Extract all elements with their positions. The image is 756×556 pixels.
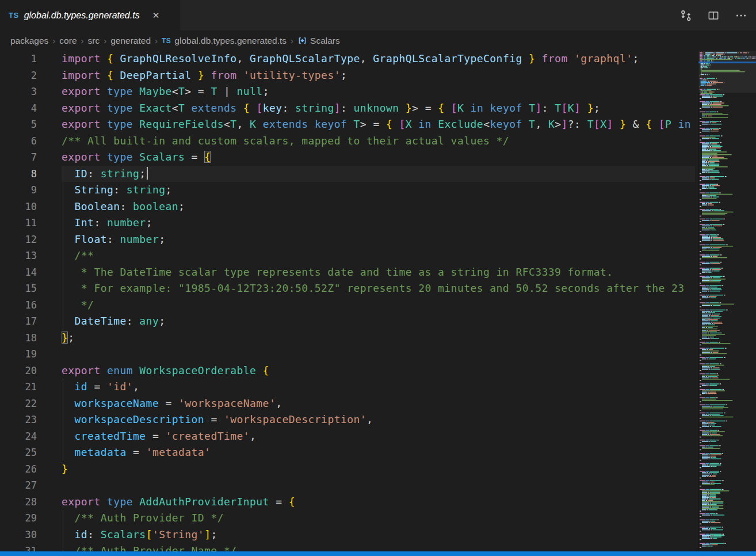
code-area[interactable]: import { GraphQLResolveInfo, GraphQLScal… (62, 51, 695, 551)
tab-close-icon[interactable]: ✕ (151, 9, 162, 22)
code-line[interactable]: export type RequireFields<T, K extends k… (62, 116, 695, 133)
line-number: 1 (0, 51, 37, 67)
code-line[interactable]: /** Auth Provider Name */ (62, 543, 695, 551)
code-line[interactable]: Boolean: boolean; (62, 199, 695, 215)
code-line[interactable]: String: string; (62, 182, 695, 199)
editor-actions (679, 0, 751, 31)
code-line[interactable]: export enum WorkspaceOrderable { (62, 363, 695, 379)
chevron-right-icon: › (81, 36, 84, 45)
tab-global-db-types-generated[interactable]: TS global.db.types.generated.ts ✕ (0, 0, 180, 31)
tab-bar: TS global.db.types.generated.ts ✕ (0, 0, 756, 31)
line-number: 13 (0, 247, 37, 264)
breadcrumb-item-generated[interactable]: generated (110, 36, 151, 46)
chevron-right-icon: › (104, 36, 106, 45)
line-number: 17 (0, 313, 37, 330)
breadcrumb-item-core[interactable]: core (59, 36, 77, 46)
line-number: 4 (0, 100, 37, 117)
line-number: 27 (0, 477, 37, 494)
breadcrumb-item-src[interactable]: src (88, 36, 100, 46)
line-number: 19 (0, 346, 37, 363)
line-number: 14 (0, 264, 37, 281)
minimap[interactable] (698, 51, 756, 551)
breadcrumb-file[interactable]: TS global.db.types.generated.ts (162, 36, 287, 46)
split-editor-icon[interactable] (707, 9, 720, 22)
code-line[interactable]: Int: number; (62, 215, 695, 231)
code-line[interactable]: Float: number; (62, 231, 695, 248)
code-line[interactable]: workspaceDescription = 'workspaceDescrip… (62, 412, 695, 428)
code-line[interactable]: /** Auth Provider ID */ (62, 510, 695, 527)
code-line[interactable]: DateTime: any; (62, 313, 695, 330)
line-number: 20 (0, 363, 37, 379)
typescript-file-icon: TS (162, 37, 171, 45)
line-number: 9 (0, 182, 37, 199)
line-number: 18 (0, 330, 37, 346)
breadcrumb-file-label: global.db.types.generated.ts (174, 36, 287, 46)
code-line[interactable]: export type Scalars = { (62, 149, 695, 166)
line-number: 26 (0, 461, 37, 478)
compare-changes-icon[interactable] (679, 9, 693, 22)
line-number: 24 (0, 428, 37, 445)
code-line[interactable]: * The DateTime scalar type represents da… (62, 264, 695, 281)
chevron-right-icon: › (52, 36, 55, 45)
line-number: 7 (0, 149, 37, 166)
code-line[interactable]: } (62, 461, 695, 478)
symbol-structure-icon (297, 36, 307, 45)
line-number: 29 (0, 510, 37, 527)
code-line[interactable]: id = 'id', (62, 379, 695, 395)
minimap-canvas[interactable] (698, 51, 756, 551)
line-number: 23 (0, 412, 37, 428)
chevron-right-icon: › (291, 36, 293, 45)
code-line[interactable]: metadata = 'metadata' (62, 444, 695, 461)
code-line[interactable]: import { DeepPartial } from 'utility-typ… (62, 67, 695, 84)
breadcrumb: packages›core›src›generated› TS global.d… (0, 31, 756, 51)
more-actions-icon[interactable] (734, 9, 748, 22)
breadcrumb-item-packages[interactable]: packages (10, 36, 48, 46)
code-line[interactable]: /** (62, 247, 695, 264)
code-line[interactable]: createdTime = 'createdTime', (62, 428, 695, 445)
line-number: 5 (0, 116, 37, 133)
breadcrumb-symbol-scalars[interactable]: Scalars (297, 36, 340, 46)
code-line[interactable]: id: Scalars['String']; (62, 527, 695, 543)
line-number: 8 (0, 166, 37, 182)
line-number: 2 (0, 67, 37, 84)
line-number: 6 (0, 133, 37, 150)
status-bar-strip (0, 551, 756, 556)
code-line[interactable] (62, 477, 695, 494)
line-number: 3 (0, 83, 37, 100)
line-number: 11 (0, 215, 37, 231)
text-cursor (147, 167, 148, 180)
line-number: 15 (0, 280, 37, 297)
line-number: 21 (0, 379, 37, 395)
line-number-gutter: 1234567891011121314151617181920212223242… (0, 51, 37, 551)
tab-title: global.db.types.generated.ts (24, 10, 140, 21)
code-line[interactable]: workspaceName = 'workspaceName', (62, 395, 695, 412)
code-line[interactable]: /** All built-in and custom scalars, map… (62, 133, 695, 150)
code-line[interactable] (62, 346, 695, 363)
code-line[interactable]: }; (62, 330, 695, 346)
code-line[interactable]: export type AddAuthProviderInput = { (62, 494, 695, 511)
line-number: 16 (0, 297, 37, 314)
code-line[interactable]: export type Maybe<T> = T | null; (62, 83, 695, 100)
typescript-file-icon: TS (9, 11, 19, 20)
line-number: 10 (0, 199, 37, 215)
line-number: 28 (0, 494, 37, 511)
code-line[interactable]: * For example: "1985-04-12T23:20:50.52Z"… (62, 280, 695, 297)
line-number: 25 (0, 444, 37, 461)
code-line[interactable]: */ (62, 297, 695, 314)
breadcrumb-symbol-label: Scalars (310, 36, 340, 46)
code-line[interactable]: import { GraphQLResolveInfo, GraphQLScal… (62, 51, 695, 67)
line-number: 12 (0, 231, 37, 248)
line-number: 31 (0, 543, 37, 551)
code-line[interactable]: ID: string; (62, 166, 695, 182)
chevron-right-icon: › (155, 36, 158, 45)
line-number: 30 (0, 527, 37, 543)
line-number: 22 (0, 395, 37, 412)
code-line[interactable]: export type Exact<T extends { [key: stri… (62, 100, 695, 117)
code-editor[interactable]: 1234567891011121314151617181920212223242… (0, 51, 756, 551)
